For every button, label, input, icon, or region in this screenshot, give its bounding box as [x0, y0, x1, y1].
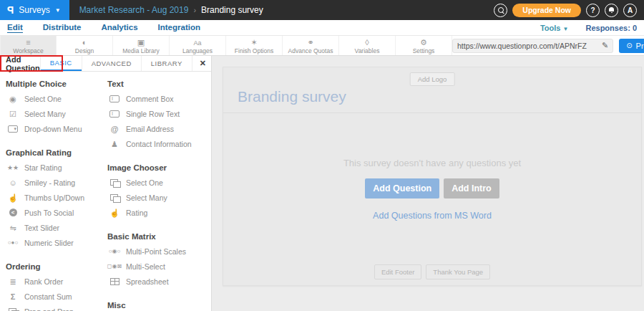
question-type-push-to-social[interactable]: <Push To Social: [6, 205, 107, 220]
topbar-actions: Upgrade Now ? A: [494, 4, 644, 17]
question-type-select-one[interactable]: Select One: [107, 175, 209, 190]
question-type-label: Rating: [126, 209, 147, 217]
question-types-column-1: Multiple Choice◉Select One☑Select Many▾D…: [6, 75, 107, 311]
question-type-label: Single Row Text: [126, 110, 180, 118]
question-type-multi-select[interactable]: ◻◉⊠Multi-Select: [107, 259, 209, 274]
question-type-label: Select Many: [24, 110, 66, 118]
question-type-rank-order[interactable]: ≣Rank Order: [6, 274, 107, 289]
upgrade-now-button[interactable]: Upgrade Now: [512, 4, 581, 17]
notifications-button[interactable]: [605, 4, 618, 17]
image-pair-icon: [107, 179, 122, 186]
toolbar-item-languages[interactable]: AaLanguages: [170, 36, 226, 55]
section-title: Graphical Rating: [6, 143, 107, 160]
nav-tabs: EditDistributeAnalyticsIntegration: [7, 23, 200, 33]
edit-footer-button[interactable]: Edit Footer: [374, 264, 421, 279]
toolbar-items: ≡Workspace◐Design▣Media LibraryAaLanguag…: [0, 36, 452, 55]
survey-url-input[interactable]: [457, 42, 597, 50]
toolbar-item-advance-quotas[interactable]: ⚭Advance Quotas: [283, 36, 339, 55]
edit-url-icon[interactable]: ✎: [602, 41, 608, 50]
question-type-drag-and-drop[interactable]: Drag and Drop: [6, 304, 107, 311]
breadcrumb: Market Research - Aug 2019 › Branding su…: [79, 5, 263, 15]
question-type-constant-sum[interactable]: ΣConstant Sum: [6, 289, 107, 304]
add-question-header[interactable]: Add Question: [0, 56, 40, 71]
toolbar-item-workspace[interactable]: ≡Workspace: [0, 36, 57, 55]
toolbar-item-media-library[interactable]: ▣Media Library: [113, 36, 170, 55]
avatar[interactable]: A: [623, 4, 637, 17]
question-type-comment-box[interactable]: IComment Box: [107, 91, 209, 106]
section-title: Ordering: [6, 257, 107, 274]
question-type-drop-down-menu[interactable]: ▾Drop-down Menu: [6, 121, 107, 136]
empty-state-text: This survey doesn't have any questions y…: [223, 158, 641, 168]
top-bar: P Surveys ▼ Market Research - Aug 2019 ›…: [0, 0, 644, 20]
breadcrumb-parent[interactable]: Market Research - Aug 2019: [79, 5, 189, 15]
help-button[interactable]: ?: [586, 4, 600, 17]
question-type-label: Push To Social: [24, 209, 74, 217]
wand-icon: ✶: [250, 39, 257, 47]
panel-tab-advanced[interactable]: ADVANCED: [82, 56, 141, 71]
section-graphical-rating: Graphical Rating★★Star Rating☺Smiley - R…: [6, 143, 107, 250]
empty-state: This survey doesn't have any questions y…: [223, 113, 641, 221]
question-type-spreadsheet[interactable]: Spreadsheet: [107, 274, 209, 289]
question-type-select-one[interactable]: ◉Select One: [6, 91, 107, 106]
add-logo-button[interactable]: Add Logo: [410, 72, 455, 86]
nav-tab-edit[interactable]: Edit: [7, 23, 23, 33]
thank-you-page-button[interactable]: Thank You Page: [426, 264, 490, 279]
responses-count: Responses: 0: [585, 24, 637, 32]
question-type-select-many[interactable]: ☑Select Many: [6, 106, 107, 121]
survey-card: Add Logo Branding survey This survey doe…: [223, 67, 642, 286]
toolbar-item-variables[interactable]: ◊Variables: [339, 36, 396, 55]
toolbar-item-design[interactable]: ◐Design: [57, 36, 113, 55]
survey-title[interactable]: Branding survey: [238, 88, 346, 105]
toolbar-item-finish-options[interactable]: ✶Finish Options: [226, 36, 283, 55]
nav-tab-analytics[interactable]: Analytics: [101, 23, 137, 33]
section-misc: MiscDate / Time: [107, 296, 209, 311]
question-type-numeric-slider[interactable]: ○●○Numeric Slider: [6, 235, 107, 250]
question-type-rating[interactable]: ☝Rating: [107, 205, 209, 220]
question-type-label: Star Rating: [24, 163, 62, 172]
tools-menu[interactable]: Tools ▼: [540, 24, 569, 32]
section-text: TextIComment BoxISingle Row Text@Email A…: [107, 75, 209, 151]
question-type-label: Rank Order: [24, 277, 63, 286]
toolbar-item-label: Languages: [182, 47, 213, 54]
question-type-label: Text Slider: [24, 224, 59, 232]
question-type-label: Numeric Slider: [24, 239, 74, 247]
question-type-label: Constant Sum: [24, 292, 72, 301]
survey-canvas: Add Logo Branding survey This survey doe…: [212, 56, 644, 311]
add-questions-from-ms-word-link[interactable]: Add Questions from MS Word: [373, 211, 492, 221]
question-type-label: Select Many: [126, 193, 167, 202]
question-type-smiley-rating[interactable]: ☺Smiley - Rating: [6, 175, 107, 190]
breadcrumb-separator-icon: ›: [193, 6, 196, 14]
question-type-label: Thumbs Up/Down: [24, 193, 84, 202]
panel-tab-library[interactable]: LIBRARY: [141, 56, 192, 71]
question-type-thumbs-up-down[interactable]: ☝Thumbs Up/Down: [6, 190, 107, 205]
empty-state-actions: Add Question Add Intro: [223, 178, 641, 198]
section-title: Misc: [107, 296, 209, 311]
person-icon: ♟: [107, 140, 122, 148]
chevron-down-icon: ▼: [55, 7, 61, 14]
question-type-select-many[interactable]: Select Many: [107, 190, 209, 205]
nav-tab-distribute[interactable]: Distribute: [43, 23, 82, 33]
breadcrumb-current: Branding survey: [201, 5, 263, 15]
section-title: Multiple Choice: [6, 75, 107, 91]
panel-tab-basic[interactable]: BASIC: [40, 56, 82, 71]
survey-card-header: Add Logo Branding survey: [223, 67, 641, 113]
panel-header: Add Question BASICADVANCEDLIBRARY ✕: [0, 56, 211, 72]
surveys-menu[interactable]: P Surveys ▼: [0, 0, 69, 20]
search-button[interactable]: [494, 4, 507, 17]
comment-box-icon: I: [107, 95, 122, 102]
toolbar-item-label: Finish Options: [235, 47, 273, 54]
question-type-multi-point-scales[interactable]: ○◉○Multi-Point Scales: [107, 244, 209, 259]
nav-tab-integration[interactable]: Integration: [158, 23, 200, 33]
question-type-text-slider[interactable]: ⇋Text Slider: [6, 220, 107, 235]
sigma-icon: Σ: [6, 292, 20, 301]
question-type-email-address[interactable]: @Email Address: [107, 121, 209, 136]
add-question-button[interactable]: Add Question: [365, 178, 439, 198]
close-panel-button[interactable]: ✕: [192, 56, 213, 71]
question-type-label: Spreadsheet: [126, 277, 169, 286]
add-intro-button[interactable]: Add Intro: [444, 178, 499, 198]
question-type-single-row-text[interactable]: ISingle Row Text: [107, 106, 209, 121]
preview-button[interactable]: ⊙ Preview: [619, 39, 644, 53]
question-type-star-rating[interactable]: ★★Star Rating: [6, 160, 107, 175]
question-type-contact-information[interactable]: ♟Contact Information: [107, 136, 209, 151]
toolbar-item-settings[interactable]: ⚙Settings: [396, 36, 452, 55]
